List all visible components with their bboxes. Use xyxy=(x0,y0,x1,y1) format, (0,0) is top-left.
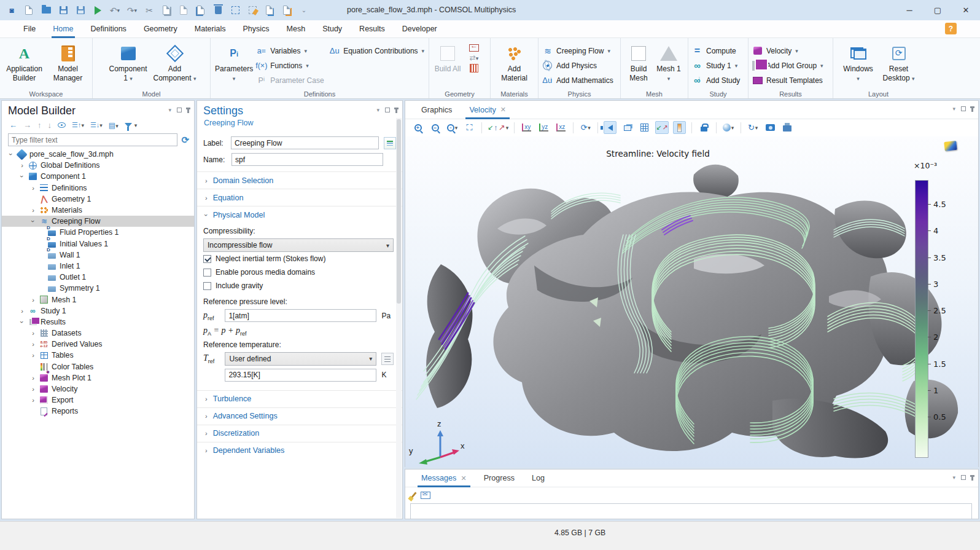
float-panel-icon[interactable] xyxy=(385,108,390,112)
filter-input[interactable] xyxy=(8,133,177,146)
build-all-button[interactable]: Build All xyxy=(433,43,462,88)
add-plot-group-button[interactable]: Add Plot Group▾ xyxy=(752,59,823,72)
name-input[interactable] xyxy=(231,153,383,166)
tree-item-component-1[interactable]: › Component 1 xyxy=(2,171,194,182)
copy-icon[interactable] xyxy=(161,5,172,16)
model-manager-button[interactable]: Model Manager xyxy=(47,43,88,88)
close-button[interactable]: ✕ xyxy=(952,0,980,20)
delete-icon[interactable] xyxy=(212,5,224,16)
update-geometry-icon[interactable]: ⇄▾ xyxy=(470,53,479,62)
functions-button[interactable]: f(×) Functions▾ xyxy=(256,59,327,72)
back-icon[interactable]: ← xyxy=(9,120,17,130)
close-tab-icon[interactable]: ✕ xyxy=(500,106,506,114)
update-icon[interactable]: ↻▾ xyxy=(747,121,760,134)
section-domain-selection[interactable]: ›Domain Selection xyxy=(197,172,402,189)
tree-item-results[interactable]: › Results xyxy=(2,316,194,328)
reset-desktop-button[interactable]: ⟳ Reset Desktop ▾ xyxy=(880,43,918,88)
search-document-icon[interactable] xyxy=(281,5,292,16)
remove-details-icon[interactable] xyxy=(470,64,478,73)
tree-item-global-definitions[interactable]: › Global Definitions xyxy=(2,160,194,171)
paste-icon[interactable] xyxy=(178,5,189,16)
label-input[interactable] xyxy=(231,136,379,149)
build-mesh-button[interactable]: Build Mesh xyxy=(624,43,653,88)
section-equation[interactable]: ›Equation xyxy=(197,189,402,206)
email-table-icon[interactable] xyxy=(421,492,430,499)
node-display-icon[interactable]: ▤▾ xyxy=(109,121,119,130)
pin-icon[interactable] xyxy=(187,108,189,113)
filter-icon[interactable] xyxy=(125,123,132,127)
snapshot-icon[interactable] xyxy=(764,121,777,134)
chevron-down-icon[interactable]: ▾ xyxy=(168,107,171,113)
xz-view-icon[interactable]: xz xyxy=(554,121,567,134)
zoom-in-icon[interactable]: + xyxy=(411,121,424,134)
menu-tab-definitions[interactable]: Definitions xyxy=(82,20,135,38)
expand-all-icon[interactable]: ☰↓▾ xyxy=(90,121,103,129)
tree-item-mesh-plot-1[interactable]: › Mesh Plot 1 xyxy=(2,372,194,383)
duplicate-icon[interactable] xyxy=(195,5,206,16)
help-button[interactable]: ? xyxy=(945,23,957,34)
cut-icon[interactable]: ✂ xyxy=(144,5,155,16)
tree-item-datasets[interactable]: › Datasets xyxy=(2,328,194,339)
customize-quick-access-icon[interactable]: ⌄ xyxy=(298,5,309,16)
tree-item-velocity[interactable]: › Velocity xyxy=(2,383,194,395)
undo-icon[interactable]: ↶▾ xyxy=(109,5,120,16)
float-panel-icon[interactable] xyxy=(961,106,966,111)
redo-icon[interactable]: ↷▾ xyxy=(126,5,138,16)
equation-contributions-button[interactable]: Δu Equation Contributions▾ xyxy=(329,44,425,57)
section-discretization[interactable]: ›Discretization xyxy=(197,425,402,442)
add-material-button[interactable]: Add Material xyxy=(496,43,533,88)
clear-messages-icon[interactable] xyxy=(410,492,416,498)
section-physical-model[interactable]: ›Physical Model xyxy=(197,206,402,223)
chevron-down-icon[interactable]: ▾ xyxy=(952,106,955,112)
windows-button[interactable]: Windows▾ xyxy=(839,43,877,88)
variables-button[interactable]: a= Variables▾ xyxy=(256,44,327,57)
stokes-flow-checkbox[interactable]: Neglect inertial term (Stokes flow) xyxy=(203,252,394,265)
compute-button[interactable]: = Compute xyxy=(692,44,740,57)
add-physics-button[interactable]: Add Physics xyxy=(542,59,613,72)
rotate-icon[interactable]: ⟳▾ xyxy=(579,121,592,134)
go-to-source-icon[interactable] xyxy=(381,353,394,365)
close-tab-icon[interactable]: ✕ xyxy=(461,474,466,482)
menu-tab-materials[interactable]: Materials xyxy=(186,20,235,38)
new-file-icon[interactable] xyxy=(23,5,34,16)
chevron-down-icon[interactable]: ▾ xyxy=(376,107,379,113)
menu-tab-geometry[interactable]: Geometry xyxy=(135,20,186,38)
tree-item-initial-values-1[interactable]: Initial Values 1 xyxy=(2,238,194,249)
menu-tab-results[interactable]: Results xyxy=(351,20,394,38)
show-grid-icon[interactable] xyxy=(638,121,651,134)
zoom-out-icon[interactable]: − xyxy=(429,121,441,134)
creeping-flow-ribbon-button[interactable]: ≋ Creeping Flow▾ xyxy=(542,44,613,57)
lock-camera-icon[interactable] xyxy=(698,121,710,134)
tree-item-outlet-1[interactable]: Outlet 1 xyxy=(2,272,194,283)
tab-progress[interactable]: Progress xyxy=(476,469,522,487)
menu-tab-file[interactable]: File xyxy=(15,20,44,38)
compressibility-dropdown[interactable]: Incompressible flow▾ xyxy=(203,238,394,252)
section-turbulence[interactable]: ›Turbulence xyxy=(197,391,402,407)
tree-item-study-1[interactable]: ›∞ Study 1 xyxy=(2,305,194,316)
section-dependent-variables[interactable]: ›Dependent Variables xyxy=(197,442,402,459)
show-icon[interactable] xyxy=(58,122,66,128)
go-to-default-view-icon[interactable]: ↙↑↗▾ xyxy=(488,121,508,134)
tree-item-creeping-flow[interactable]: ›≋ Creeping Flow xyxy=(2,216,194,227)
add-component-button[interactable]: Add Component ▾ xyxy=(153,43,197,88)
preview-document-icon[interactable] xyxy=(264,5,275,16)
application-builder-button[interactable]: A Application Builder xyxy=(4,43,45,88)
tab-messages[interactable]: Messages✕ xyxy=(414,469,474,487)
parameters-button[interactable]: Pi Parameters▾ xyxy=(214,43,254,88)
refresh-icon[interactable]: ⟳ xyxy=(181,135,189,146)
forward-icon[interactable]: → xyxy=(23,120,31,130)
tree-item-color-tables[interactable]: Color Tables xyxy=(2,361,194,372)
tree-item-symmetry-1[interactable]: Symmetry 1 xyxy=(2,283,194,294)
save-icon[interactable] xyxy=(58,5,69,16)
axis-orientation-icon[interactable]: ↙↗ xyxy=(655,121,668,134)
xy-view-icon[interactable]: xy xyxy=(520,121,533,134)
add-study-button[interactable]: ∞↓ Add Study xyxy=(692,74,740,87)
maximize-button[interactable]: ▢ xyxy=(924,0,952,20)
import-geometry-icon[interactable] xyxy=(469,44,479,52)
add-mathematics-button[interactable]: Δu↓ Add Mathematics xyxy=(542,74,613,87)
clear-selection-icon[interactable] xyxy=(247,5,258,16)
study-1-button[interactable]: ∞ Study 1▾ xyxy=(692,59,740,72)
tree-item-mesh-1[interactable]: › Mesh 1 xyxy=(2,294,194,305)
show-selection-icon[interactable] xyxy=(604,121,616,134)
zoom-extents-icon[interactable]: ⛶ xyxy=(463,121,476,134)
